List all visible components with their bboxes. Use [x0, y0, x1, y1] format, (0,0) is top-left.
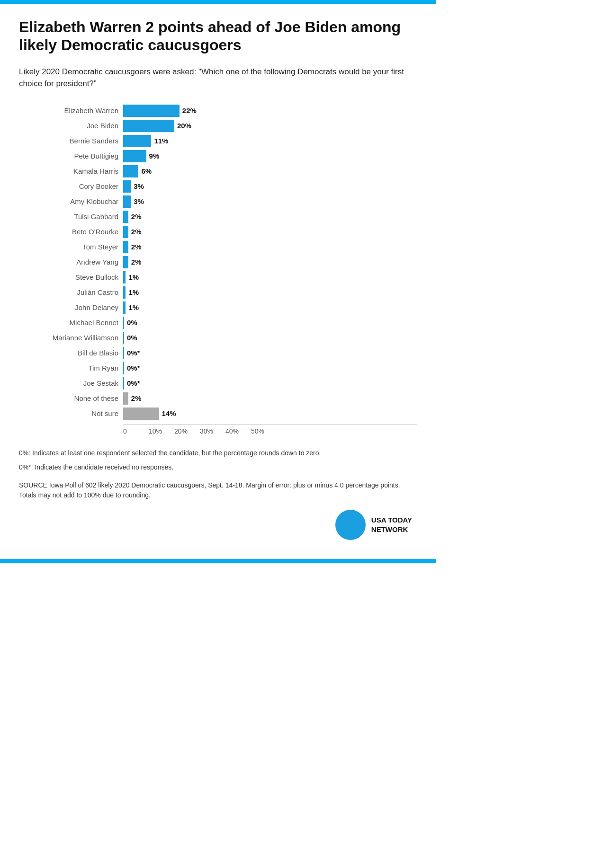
- chart-row: Bernie Sanders11%: [19, 134, 417, 148]
- bar: [123, 407, 159, 420]
- bar-value-label: 0%: [127, 319, 137, 327]
- bar-value-label: 3%: [134, 182, 144, 190]
- bar-container: 0%: [123, 317, 417, 329]
- bar: [123, 150, 146, 162]
- bar: [123, 120, 174, 132]
- footnote-2: 0%*: Indicates the candidate received no…: [19, 462, 407, 472]
- bar-value-label: 6%: [141, 167, 152, 175]
- bar: [123, 256, 128, 268]
- candidate-label: Cory Booker: [19, 182, 123, 190]
- candidate-label: Amy Klobuchar: [19, 197, 123, 205]
- x-tick-label: 30%: [200, 427, 213, 435]
- chart-row: Joe Biden20%: [19, 119, 417, 133]
- bar: [123, 165, 138, 177]
- logo-circle: [335, 510, 366, 540]
- bar-container: 2%: [123, 392, 417, 405]
- chart-row: Elizabeth Warren22%: [19, 104, 417, 117]
- chart-row: Tom Steyer2%: [19, 240, 417, 254]
- candidate-label: Not sure: [19, 409, 123, 417]
- x-tick-label: 50%: [251, 427, 264, 435]
- chart-row: Steve Bullock1%: [19, 271, 417, 284]
- bar-container: 3%: [123, 180, 417, 193]
- bar-container: 2%: [123, 256, 417, 268]
- chart-row: Tim Ryan0%*: [19, 362, 417, 375]
- bar: [123, 362, 124, 374]
- bar-value-label: 1%: [128, 303, 139, 311]
- bar-container: 20%: [123, 120, 417, 132]
- bar-container: 1%: [123, 286, 417, 299]
- bar: [123, 347, 124, 359]
- bar-value-label: 3%: [134, 197, 144, 205]
- candidate-label: Bill de Blasio: [19, 349, 123, 357]
- bar-value-label: 2%: [131, 394, 142, 402]
- chart-row: Cory Booker3%: [19, 180, 417, 193]
- bar: [123, 241, 128, 253]
- chart-row: Joe Sestak0%*: [19, 377, 417, 390]
- bar-value-label: 2%: [131, 243, 142, 251]
- bar-value-label: 1%: [128, 288, 139, 296]
- bar-value-label: 0%*: [127, 379, 140, 387]
- bar-container: 22%: [123, 105, 417, 117]
- bar-value-label: 9%: [149, 152, 160, 160]
- bar: [123, 377, 124, 390]
- candidate-label: Beto O'Rourke: [19, 228, 123, 236]
- bar: [123, 105, 180, 117]
- footnote-1: 0%: Indicates at least one respondent se…: [19, 448, 407, 458]
- top-bar: [0, 0, 436, 4]
- candidate-label: Michael Bennet: [19, 319, 123, 327]
- candidate-label: None of these: [19, 394, 123, 402]
- bar-container: 0%: [123, 332, 417, 344]
- bar-container: 0%*: [123, 377, 417, 390]
- bar-container: 9%: [123, 150, 417, 162]
- bar: [123, 332, 124, 344]
- bar-value-label: 14%: [162, 409, 176, 417]
- bar-container: 2%: [123, 241, 417, 253]
- chart-row: Amy Klobuchar3%: [19, 195, 417, 208]
- candidate-label: Tim Ryan: [19, 364, 123, 372]
- bottom-logo: USA TODAYNETWORK: [19, 510, 417, 540]
- bar-value-label: 0%*: [127, 364, 140, 372]
- bar: [123, 180, 131, 193]
- chart-row: Marianne Williamson0%: [19, 331, 417, 345]
- bottom-bar: [0, 559, 436, 563]
- chart-row: Andrew Yang2%: [19, 256, 417, 269]
- bar-value-label: 0%*: [127, 349, 140, 357]
- candidate-label: Bernie Sanders: [19, 137, 123, 145]
- bar-container: 3%: [123, 195, 417, 208]
- bar: [123, 226, 128, 238]
- bar-value-label: 0%: [127, 334, 137, 342]
- chart-row: None of these2%: [19, 392, 417, 405]
- logo-text: USA TODAYNETWORK: [371, 515, 412, 534]
- bar: [123, 135, 151, 147]
- bar-container: 14%: [123, 407, 417, 420]
- candidate-label: Pete Buttigieg: [19, 152, 123, 160]
- bar-container: 11%: [123, 135, 417, 147]
- chart-row: John Delaney1%: [19, 301, 417, 314]
- chart-row: Pete Buttigieg9%: [19, 150, 417, 163]
- bar: [123, 195, 131, 208]
- source-text: SOURCE Iowa Poll of 602 likely 2020 Demo…: [19, 480, 407, 500]
- chart-row: Not sure14%: [19, 407, 417, 420]
- x-axis: 010%20%30%40%50%: [123, 424, 417, 438]
- bar-container: 1%: [123, 301, 417, 314]
- bar-container: 2%: [123, 226, 417, 238]
- bar: [123, 271, 126, 283]
- candidate-label: Julián Castro: [19, 288, 123, 296]
- candidate-label: Steve Bullock: [19, 273, 123, 281]
- bar-value-label: 1%: [128, 273, 139, 281]
- candidate-label: Marianne Williamson: [19, 334, 123, 342]
- bar-container: 1%: [123, 271, 417, 283]
- page-title: Elizabeth Warren 2 points ahead of Joe B…: [19, 18, 417, 54]
- bar: [123, 317, 124, 329]
- chart-row: Julián Castro1%: [19, 286, 417, 299]
- candidate-label: John Delaney: [19, 303, 123, 311]
- candidate-label: Kamala Harris: [19, 167, 123, 175]
- candidate-label: Tom Steyer: [19, 243, 123, 251]
- x-tick-label: 10%: [149, 427, 162, 435]
- bar-value-label: 2%: [131, 258, 142, 266]
- bar-container: 0%*: [123, 362, 417, 374]
- bar: [123, 301, 126, 314]
- bar-container: 0%*: [123, 347, 417, 359]
- chart-row: Michael Bennet0%: [19, 316, 417, 329]
- bar-value-label: 2%: [131, 228, 142, 236]
